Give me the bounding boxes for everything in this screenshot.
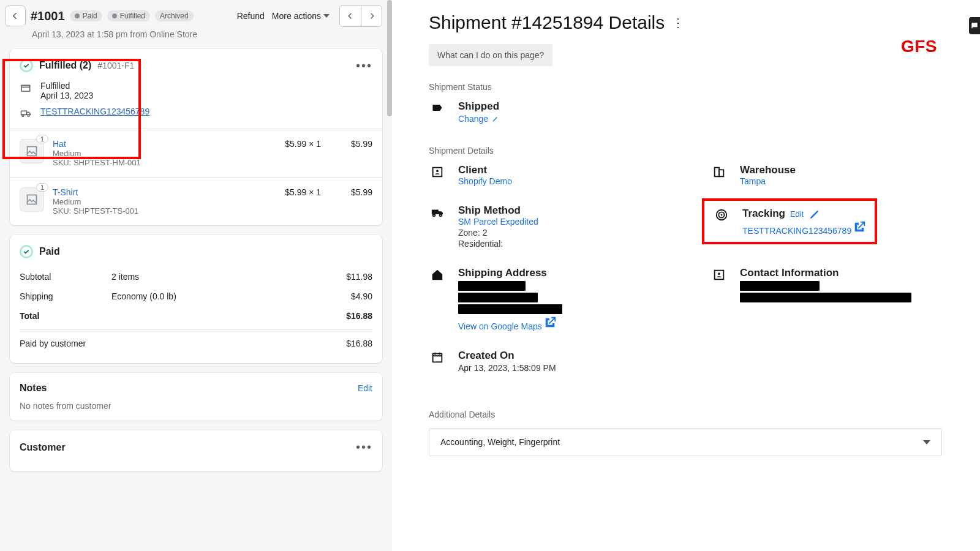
more-actions-button[interactable]: More actions	[272, 11, 330, 21]
subtotal-value: $11.98	[346, 272, 372, 282]
customer-title: Customer	[20, 442, 66, 453]
fulfillment-id: #1001-F1	[97, 61, 134, 70]
feedback-tab-button[interactable]	[969, 17, 980, 34]
product-thumb: 1	[20, 187, 44, 212]
client-label: Client	[458, 164, 512, 176]
chevron-left-icon	[346, 12, 355, 20]
chevron-down-icon	[923, 440, 930, 444]
subtotal-note: 2 items	[111, 272, 346, 282]
shipping-address-row: Shipping Address View on Google Maps	[429, 267, 698, 331]
fulfillment-menu-button[interactable]: •••	[356, 59, 372, 73]
edit-notes-button[interactable]: Edit	[358, 383, 372, 393]
shipment-menu-button[interactable]: ⋮	[672, 15, 684, 30]
gfs-shipment-panel: GFS Shipment #14251894 Details ⋮ What ca…	[392, 0, 980, 551]
highlight-annotation: Tracking Edit TESTTRACKING123456789	[702, 198, 877, 244]
building-icon	[710, 164, 728, 179]
ship-method-link[interactable]: SM Parcel Expedited	[458, 217, 538, 227]
line-item: 1 T-Shirt Medium SKU: SHPTEST-TS-001 $5.…	[10, 177, 382, 225]
badge-paid-label: Paid	[83, 12, 97, 20]
customer-menu-button[interactable]: •••	[356, 440, 372, 454]
created-on-label: Created On	[458, 350, 556, 362]
redacted-line	[740, 293, 911, 302]
image-icon	[26, 145, 38, 157]
product-line-total: $5.99	[330, 187, 372, 197]
created-on-row: Created On Apr 13, 2023, 1:58:09 PM	[429, 350, 698, 373]
tracking-number-link[interactable]: TESTTRACKING123456789	[742, 226, 866, 236]
arrow-left-icon	[10, 11, 20, 21]
shipment-details-section-label: Shipment Details	[429, 146, 973, 156]
shipping-address-label: Shipping Address	[458, 267, 593, 279]
shipping-note: Economy (0.0 lb)	[111, 291, 351, 301]
change-status-label: Change	[458, 114, 488, 124]
svg-rect-7	[715, 168, 719, 177]
additional-details-accordion[interactable]: Accounting, Weight, Fingerprint	[429, 428, 942, 456]
product-line-total: $5.99	[330, 139, 372, 149]
total-label: Total	[20, 311, 111, 321]
product-name-link[interactable]: Hat	[53, 139, 251, 149]
product-variant: Medium	[53, 149, 251, 158]
ship-method-row: Ship Method SM Parcel Expedited Zone: 2 …	[429, 204, 698, 249]
truck-icon	[429, 204, 446, 219]
refund-button[interactable]: Refund	[235, 7, 267, 24]
paid-by-value: $16.88	[346, 339, 372, 348]
payment-card: Paid Subtotal 2 items $11.98 Shipping Ec…	[10, 235, 382, 363]
warehouse-label: Warehouse	[740, 164, 796, 176]
check-circle-icon	[20, 59, 33, 72]
svg-rect-4	[28, 195, 37, 204]
status-label: Shipped	[458, 100, 499, 113]
tag-icon	[429, 100, 446, 115]
shipment-title: Shipment #14251894 Details	[429, 12, 665, 33]
change-status-button[interactable]: Change	[458, 114, 499, 124]
contact-info-label: Contact Information	[740, 267, 918, 279]
caret-down-icon	[323, 14, 330, 18]
prev-order-button[interactable]	[340, 6, 361, 26]
client-link[interactable]: Shopify Demo	[458, 176, 512, 186]
truck-icon	[20, 107, 32, 119]
warehouse-row: Warehouse Tampa	[710, 164, 973, 186]
more-actions-label: More actions	[272, 11, 321, 21]
back-button[interactable]	[5, 6, 26, 26]
product-qty-badge: 1	[36, 183, 48, 192]
fulfillment-status-label: Fulfilled	[40, 81, 93, 91]
notes-title: Notes	[20, 383, 47, 394]
tracking-number-text: TESTTRACKING123456789	[742, 226, 851, 236]
ship-method-label: Ship Method	[458, 204, 538, 217]
svg-point-9	[433, 214, 435, 217]
edit-tracking-button[interactable]: Edit	[790, 209, 804, 219]
chevron-right-icon	[368, 12, 376, 20]
tracking-label: Tracking	[742, 208, 785, 220]
svg-point-1	[22, 114, 24, 116]
order-header: #1001 Paid Fulfilled Archived Refund Mor…	[0, 0, 392, 29]
additional-details-section-label: Additional Details	[429, 410, 973, 419]
badge-archived: Archived	[155, 10, 194, 21]
product-name-link[interactable]: T-Shirt	[53, 187, 251, 197]
help-chip[interactable]: What can I do on this page?	[429, 44, 552, 66]
svg-rect-3	[28, 147, 37, 156]
contact-info-row: Contact Information	[710, 267, 973, 331]
tracking-link[interactable]: TESTTRACKING123456789	[40, 107, 149, 116]
svg-point-6	[436, 170, 439, 172]
created-on-value: Apr 13, 2023, 1:58:09 PM	[458, 363, 556, 373]
warehouse-link[interactable]: Tampa	[740, 176, 766, 186]
order-subline: April 13, 2023 at 1:58 pm from Online St…	[0, 29, 392, 49]
svg-rect-8	[719, 170, 723, 176]
view-on-maps-link[interactable]: View on Google Maps	[458, 321, 557, 331]
paid-by-label: Paid by customer	[20, 339, 142, 348]
tracking-row: Tracking Edit TESTTRACKING123456789	[710, 204, 973, 249]
home-icon	[429, 267, 446, 282]
badge-archived-label: Archived	[160, 12, 189, 20]
product-line-price: $5.99 × 1	[260, 139, 321, 149]
notes-empty-text: No notes from customer	[20, 401, 372, 411]
line-items: 1 Hat Medium SKU: SHPTEST-HM-001 $5.99 ×…	[10, 129, 382, 225]
redacted-line	[458, 293, 538, 302]
check-circle-icon	[20, 245, 33, 258]
scrollbar[interactable]	[387, 0, 392, 116]
view-on-maps-label: View on Google Maps	[458, 321, 542, 331]
next-order-button[interactable]	[361, 6, 382, 26]
pencil-icon	[492, 115, 499, 122]
redacted-line	[740, 281, 820, 291]
pencil-icon	[809, 207, 822, 220]
shipment-status-section-label: Shipment Status	[429, 82, 973, 92]
shopify-order-panel: #1001 Paid Fulfilled Archived Refund Mor…	[0, 0, 392, 551]
ship-method-zone: Zone: 2	[458, 228, 538, 238]
